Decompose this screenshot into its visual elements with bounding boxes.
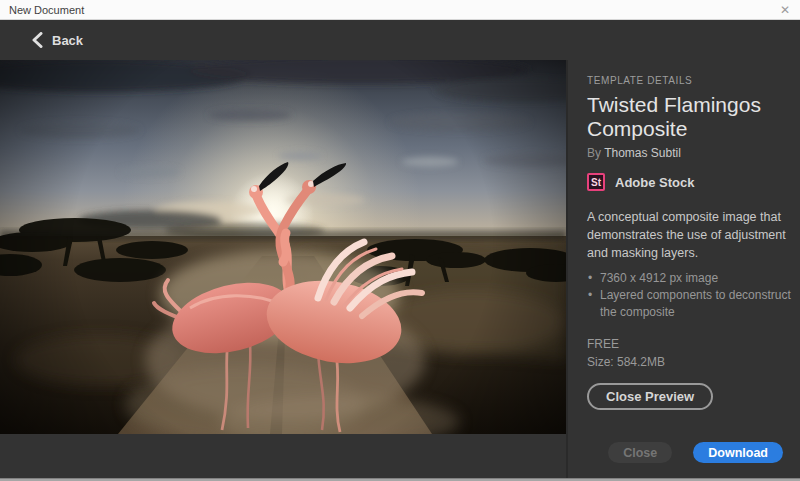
template-author: Thomas Subtil <box>604 146 681 160</box>
chevron-left-icon <box>31 32 43 48</box>
back-button[interactable]: Back <box>0 20 800 60</box>
window-titlebar: New Document ✕ <box>0 0 800 20</box>
template-preview-area <box>0 60 566 481</box>
close-button[interactable]: Close <box>608 442 672 463</box>
template-byline: By Thomas Subtil <box>587 146 799 160</box>
new-document-dialog: Back <box>0 20 800 481</box>
dialog-footer-actions: Close Download <box>608 442 783 463</box>
adobe-stock-row: St Adobe Stock <box>587 173 799 191</box>
price-label: FREE <box>587 337 799 351</box>
template-title: Twisted Flamingos Composite <box>587 93 799 141</box>
adobe-stock-icon: St <box>587 173 605 191</box>
template-description: A conceptual composite image that demons… <box>587 208 799 262</box>
window-close-button[interactable]: ✕ <box>770 0 800 20</box>
file-size-label: Size: 584.2MB <box>587 355 799 369</box>
close-icon: ✕ <box>780 3 790 17</box>
window-title: New Document <box>9 4 84 16</box>
byline-prefix: By <box>587 146 604 160</box>
section-label: TEMPLATE DETAILS <box>587 75 799 86</box>
close-preview-button[interactable]: Close Preview <box>587 383 713 410</box>
bullet-item: Layered components to deconstruct the co… <box>587 287 797 321</box>
adobe-stock-label: Adobe Stock <box>615 175 694 190</box>
download-button[interactable]: Download <box>693 442 783 463</box>
template-bullet-list: 7360 x 4912 px image Layered components … <box>587 270 797 321</box>
template-preview-image <box>0 60 566 434</box>
template-details-panel: TEMPLATE DETAILS Twisted Flamingos Compo… <box>566 60 800 481</box>
back-button-label: Back <box>52 33 83 48</box>
bullet-item: 7360 x 4912 px image <box>587 270 797 287</box>
